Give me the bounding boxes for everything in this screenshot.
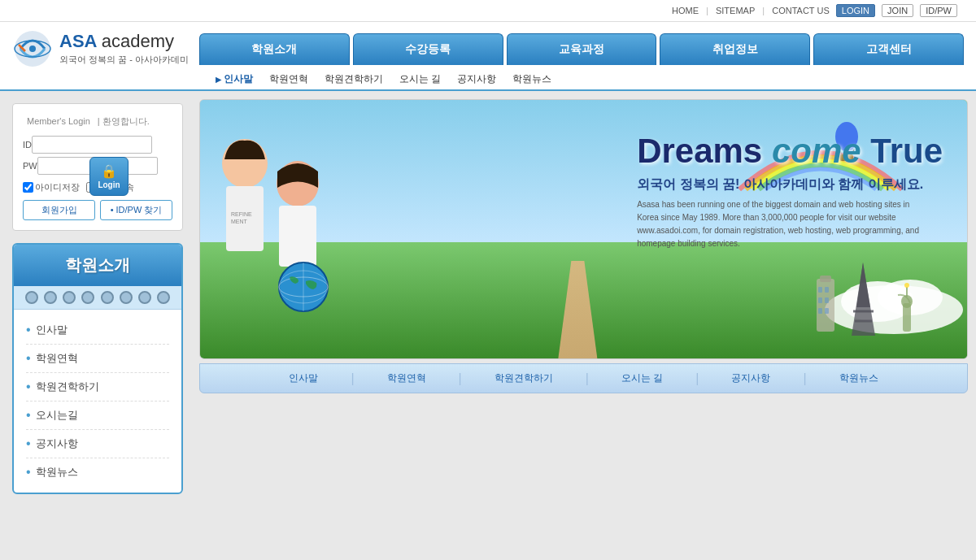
- svg-rect-28: [818, 297, 822, 303]
- ring-5: [101, 291, 114, 304]
- svg-marker-21: [856, 263, 870, 307]
- svg-text:MENT: MENT: [231, 219, 248, 224]
- nav-item-4[interactable]: 고객센터: [813, 33, 964, 65]
- subnav-item-5[interactable]: 학원뉴스: [512, 72, 551, 86]
- svg-rect-26: [818, 287, 822, 293]
- id-input[interactable]: [32, 136, 152, 154]
- bottom-nav-1[interactable]: 학원연혁: [379, 369, 434, 388]
- bottom-nav-4[interactable]: 공지사항: [723, 369, 778, 388]
- bottom-nav-3[interactable]: 오시는 길: [613, 369, 671, 388]
- tower-building: [813, 271, 841, 336]
- login-actions: 회원가입 • ID/PW 찾기: [23, 200, 172, 220]
- hero-subtitle: 외국어 정복의 꿈! 아사아카데미와 함께 이루세요.: [637, 176, 943, 193]
- ring-8: [157, 291, 170, 304]
- subnav-item-1[interactable]: 학원연혁: [269, 72, 308, 86]
- nav-item-3[interactable]: 취업정보: [660, 33, 810, 65]
- save-id-checkbox[interactable]: 아이디저장: [23, 181, 80, 193]
- join-button[interactable]: JOIN: [882, 4, 913, 17]
- ring-3: [63, 291, 76, 304]
- ring-4: [81, 291, 94, 304]
- sidebar: Member's Login | 환영합니다. ID PW 🔒 Login: [0, 91, 195, 560]
- hero-text: Dreams come True 외국어 정복의 꿈! 아사아카데미와 함께 이…: [637, 132, 943, 250]
- svg-rect-31: [825, 308, 829, 314]
- cloud: [821, 269, 967, 334]
- ring-6: [120, 291, 133, 304]
- logo-title: ASA academy: [59, 32, 189, 51]
- top-bar: HOME | SITEMAP | CONTACT US LOGIN JOIN I…: [0, 0, 976, 22]
- nav-item-0[interactable]: 학원소개: [199, 33, 350, 65]
- svg-rect-27: [825, 287, 829, 293]
- logo-icon: [12, 28, 53, 69]
- notebook-rings: [14, 286, 181, 310]
- section-header: 학원소개: [14, 245, 181, 286]
- svg-rect-25: [820, 276, 831, 282]
- find-idpw-button[interactable]: • ID/PW 찾기: [100, 200, 172, 220]
- contact-link[interactable]: CONTACT US: [772, 6, 830, 15]
- section-menu-item-5[interactable]: 학원뉴스: [26, 458, 169, 486]
- home-link[interactable]: HOME: [672, 6, 699, 15]
- section-menu-item-0[interactable]: 인사말: [26, 316, 169, 345]
- lock-icon: 🔒: [101, 163, 117, 179]
- svg-rect-30: [818, 308, 822, 314]
- person-female: [261, 147, 334, 350]
- sitemap-link[interactable]: SITEMAP: [716, 6, 755, 15]
- ring-2: [44, 291, 57, 304]
- bottom-nav-5[interactable]: 학원뉴스: [831, 369, 887, 388]
- section-title: 학원소개: [24, 254, 172, 276]
- pw-label: PW: [23, 161, 37, 171]
- section-menu-item-1[interactable]: 학원연혁: [26, 345, 169, 373]
- subnav-item-0[interactable]: 인사말: [216, 72, 253, 86]
- eiffel-tower: [845, 263, 882, 336]
- header: ASA academy 외국어 정복의 꿈 - 아사아카데미 학원소개 수강등록…: [0, 22, 976, 69]
- svg-rect-29: [825, 297, 829, 303]
- id-label: ID: [23, 140, 32, 150]
- svg-rect-12: [279, 206, 316, 267]
- ring-7: [138, 291, 151, 304]
- hero-banner: REFINE MENT: [199, 99, 968, 359]
- globe: [277, 261, 330, 314]
- sub-nav: 인사말 학원연혁 학원견학하기 오시는 길 공지사항 학원뉴스: [0, 69, 976, 91]
- subnav-item-2[interactable]: 학원견학하기: [325, 72, 383, 86]
- bottom-nav-2[interactable]: 학원견학하기: [486, 369, 561, 388]
- svg-point-2: [29, 46, 36, 52]
- svg-rect-24: [817, 279, 834, 332]
- section-menu-item-3[interactable]: 오시는길: [26, 402, 169, 430]
- hero-title: Dreams come True: [637, 132, 943, 170]
- bottom-nav-0[interactable]: 인사말: [281, 369, 326, 388]
- hero-desc: Asasa has been running one of the bigges…: [637, 198, 922, 250]
- logo-text: ASA academy 외국어 정복의 꿈 - 아사아카데미: [59, 32, 189, 65]
- section-menu: 인사말 학원연혁 학원견학하기 오시는길 공지사항 학원뉴스: [14, 310, 181, 493]
- section-box: 학원소개 인사말 학원연혁 학원견학하기 오시는길 공지사항 학원뉴스: [12, 243, 183, 494]
- main-content: REFINE MENT: [195, 91, 976, 560]
- bottom-nav: 인사말 | 학원연혁 | 학원견학하기 | 오시는 길 | 공지사항 | 학원뉴…: [199, 363, 968, 393]
- logo: ASA academy 외국어 정복의 꿈 - 아사아카데미: [12, 28, 199, 69]
- idpw-button[interactable]: ID/PW: [920, 4, 957, 17]
- main-nav: 학원소개 수강등록 교육과정 취업정보 고객센터: [199, 33, 964, 65]
- statue: [895, 279, 918, 336]
- login-box: Member's Login | 환영합니다. ID PW 🔒 Login: [12, 103, 183, 231]
- nav-item-1[interactable]: 수강등록: [353, 33, 503, 65]
- login-submit-button[interactable]: 🔒 Login: [89, 157, 129, 196]
- login-title: Member's Login | 환영합니다.: [23, 114, 172, 128]
- ring-1: [25, 291, 38, 304]
- login-button[interactable]: LOGIN: [836, 4, 875, 17]
- id-field: ID: [23, 136, 129, 154]
- section-menu-item-4[interactable]: 공지사항: [26, 430, 169, 458]
- content: Member's Login | 환영합니다. ID PW 🔒 Login: [0, 91, 976, 560]
- svg-point-35: [904, 283, 909, 288]
- logo-tagline: 외국어 정복의 꿈 - 아사아카데미: [59, 54, 189, 66]
- subnav-item-4[interactable]: 공지사항: [457, 72, 496, 86]
- section-menu-item-2[interactable]: 학원견학하기: [26, 373, 169, 402]
- subnav-item-3[interactable]: 오시는 길: [399, 72, 441, 86]
- nav-item-2[interactable]: 교육과정: [507, 33, 657, 65]
- svg-text:REFINE: REFINE: [231, 211, 252, 217]
- register-button[interactable]: 회원가입: [23, 200, 95, 220]
